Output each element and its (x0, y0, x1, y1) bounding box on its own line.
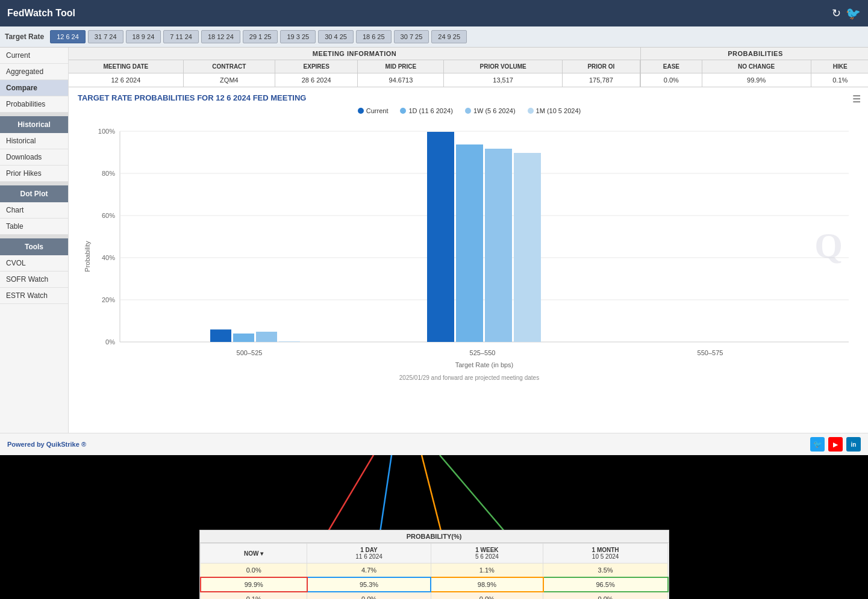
sidebar-item-downloads[interactable]: Downloads (0, 149, 68, 166)
cell-no-change: 99.9% (702, 73, 811, 87)
legend-label-current: Current (366, 107, 389, 114)
svg-text:0%: 0% (105, 338, 115, 346)
th-now[interactable]: NOW ▾ (201, 544, 307, 563)
bar-500525-1m (279, 341, 300, 342)
meeting-info-left: MEETING INFORMATION MEETING DATE CONTRAC… (69, 48, 641, 87)
cell-ease-1d: 4.7% (307, 563, 431, 578)
bar-525550-1w (485, 149, 512, 342)
sidebar-item-estr[interactable]: ESTR Watch (0, 288, 68, 304)
meeting-info-title: MEETING INFORMATION (69, 48, 640, 60)
tab-18625[interactable]: 18 6 25 (356, 30, 392, 43)
app-title: FedWatch Tool (7, 8, 75, 19)
tab-30725[interactable]: 30 7 25 (394, 30, 429, 43)
svg-text:Probability: Probability (84, 241, 91, 272)
meeting-info-table: MEETING DATE CONTRACT EXPIRES MID PRICE … (69, 60, 640, 87)
tab-31724[interactable]: 31 7 24 (88, 30, 123, 43)
tab-19325[interactable]: 19 3 25 (280, 30, 316, 43)
cell-hike-1m: 0.0% (543, 592, 668, 599)
col-ease: EASE (641, 60, 702, 73)
footer-linkedin-icon[interactable]: in (846, 437, 861, 452)
cell-contract: ZQM4 (183, 73, 275, 87)
cell-hike-1d: 0.0% (307, 592, 431, 599)
footer-social-icons: 🐦 ▶ in (810, 437, 861, 452)
svg-text:525–550: 525–550 (470, 349, 496, 356)
legend-1w: 1W (5 6 2024) (465, 107, 516, 114)
footer-twitter-icon[interactable]: 🐦 (810, 437, 825, 452)
sidebar: Current Aggregated Compare Probabilities… (0, 48, 69, 433)
legend-label-1w: 1W (5 6 2024) (473, 107, 516, 114)
sidebar-item-aggregated[interactable]: Aggregated (0, 64, 68, 80)
chart-svg-wrapper: Q Probability 100% 80% 60% (78, 119, 861, 372)
footer-youtube-icon[interactable]: ▶ (828, 437, 843, 452)
sidebar-item-chart[interactable]: Chart (0, 202, 68, 219)
floating-prob-table: PROBABILITY(%) NOW ▾ 1 DAY 11 6 2024 1 W… (199, 530, 669, 599)
tab-29125[interactable]: 29 1 25 (243, 30, 278, 43)
prob-row: 0.0% 99.9% 0.1% (641, 73, 868, 87)
tab-30425[interactable]: 30 4 25 (318, 30, 354, 43)
cell-ease: 0.0% (641, 73, 702, 87)
legend-current: Current (358, 107, 389, 114)
chart-container: TARGET RATE PROBABILITIES FOR 12 6 2024 … (69, 87, 868, 433)
sidebar-section-dotplot[interactable]: Dot Plot (0, 185, 68, 202)
cell-nochange-1m: 96.5% (543, 577, 668, 592)
svg-text:40%: 40% (102, 254, 115, 261)
content-area: MEETING INFORMATION MEETING DATE CONTRAC… (69, 48, 868, 433)
prob-detail-table: NOW ▾ 1 DAY 11 6 2024 1 WEEK 5 6 2024 1 … (200, 543, 669, 599)
target-rate-label: Target Rate (5, 33, 44, 41)
refresh-icon[interactable]: ↻ (832, 7, 841, 20)
app-header: FedWatch Tool ↻ 🐦 (0, 0, 868, 26)
cell-ease-1m: 3.5% (543, 563, 668, 578)
sidebar-item-compare[interactable]: Compare (0, 80, 68, 96)
cell-prior-oi: 175,787 (562, 73, 640, 87)
sidebar-item-historical[interactable]: Historical (0, 133, 68, 149)
prob-table-title: PROBABILITY(%) (200, 530, 669, 543)
col-mid-price: MID PRICE (358, 60, 444, 73)
tab-71124[interactable]: 7 11 24 (163, 30, 199, 43)
svg-text:60%: 60% (102, 212, 115, 219)
chart-footnote: 2025/01/29 and forward are projected mee… (78, 374, 861, 381)
svg-text:Target Rate (in bps): Target Rate (in bps) (455, 361, 514, 368)
legend-dot-1w (465, 108, 471, 114)
twitter-header-icon[interactable]: 🐦 (846, 6, 861, 20)
bar-525550-current (427, 132, 454, 342)
sidebar-item-table[interactable]: Table (0, 219, 68, 235)
app-footer: Powered by QuikStrike ® 🐦 ▶ in (0, 433, 868, 455)
prob-table-row-ease: 0.0% 4.7% 1.1% 3.5% (201, 563, 668, 578)
tab-24925[interactable]: 24 9 25 (431, 30, 467, 43)
legend-dot-current (358, 108, 364, 114)
cell-nochange-1d: 95.3% (307, 577, 431, 592)
legend-dot-1m (528, 108, 534, 114)
chart-menu-icon[interactable]: ☰ (852, 93, 861, 105)
header-icons: ↻ 🐦 (832, 6, 861, 20)
chart-title: TARGET RATE PROBABILITIES FOR 12 6 2024 … (78, 93, 861, 102)
sidebar-item-prior-hikes[interactable]: Prior Hikes (0, 166, 68, 182)
bar-525550-1m (514, 153, 541, 342)
svg-text:20%: 20% (102, 296, 115, 303)
sidebar-item-cvol[interactable]: CVOL (0, 255, 68, 272)
prob-table-row-hike: 0.1% 0.0% 0.0% 0.0% (201, 592, 668, 599)
col-meeting-date: MEETING DATE (69, 60, 183, 73)
col-contract: CONTRACT (183, 60, 275, 73)
sidebar-item-probabilities[interactable]: Probabilities (0, 96, 68, 113)
probabilities-table: EASE NO CHANGE HIKE 0.0% 99.9% 0.1% (641, 60, 868, 87)
th-1day: 1 DAY 11 6 2024 (307, 544, 431, 563)
sidebar-section-historical[interactable]: Historical (0, 116, 68, 133)
tab-181224[interactable]: 18 12 24 (201, 30, 240, 43)
col-prior-volume: PRIOR VOLUME (444, 60, 562, 73)
cell-hike-now: 0.1% (201, 592, 307, 599)
quikstrike-brand: QuikStrike (46, 441, 80, 448)
sidebar-item-sofr[interactable]: SOFR Watch (0, 272, 68, 288)
bar-500525-1w (256, 332, 277, 342)
sidebar-section-tools[interactable]: Tools (0, 238, 68, 255)
main-layout: Current Aggregated Compare Probabilities… (0, 48, 868, 433)
tab-18924[interactable]: 18 9 24 (126, 30, 161, 43)
tab-12624[interactable]: 12 6 24 (50, 30, 86, 43)
svg-text:550–575: 550–575 (698, 349, 723, 356)
sidebar-item-current[interactable]: Current (0, 48, 68, 64)
svg-text:100%: 100% (98, 128, 115, 135)
svg-text:500–525: 500–525 (237, 349, 263, 356)
legend-label-1d: 1D (11 6 2024) (408, 107, 452, 114)
col-prior-oi: PRIOR OI (562, 60, 640, 73)
col-expires: EXPIRES (275, 60, 358, 73)
tab-bar: Target Rate 12 6 24 31 7 24 18 9 24 7 11… (0, 26, 868, 48)
